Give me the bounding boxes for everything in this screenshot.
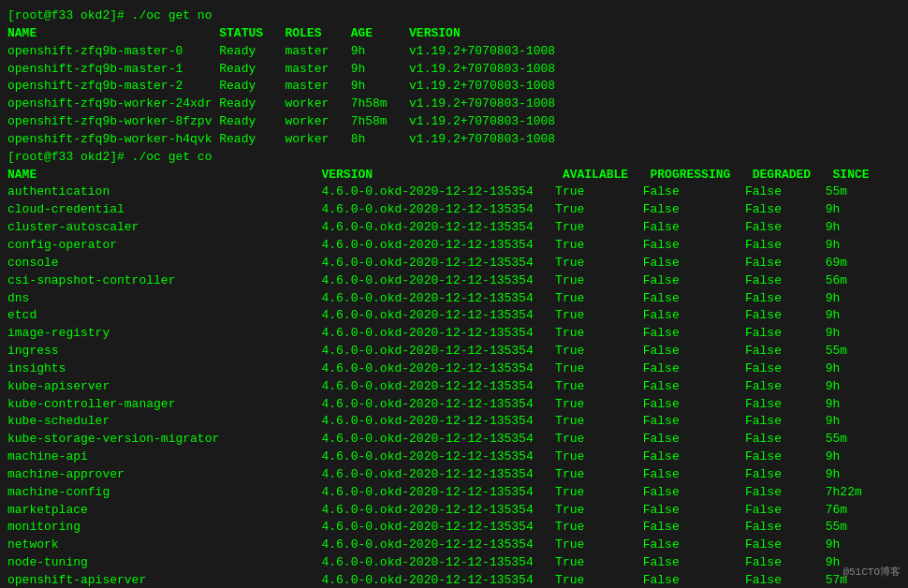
terminal-line: insights 4.6.0-0.okd-2020-12-12-135354 T… xyxy=(7,360,901,378)
terminal-line: console 4.6.0-0.okd-2020-12-12-135354 Tr… xyxy=(7,255,901,272)
terminal-line: [root@f33 okd2]# ./oc get co xyxy=(7,149,901,167)
terminal-line: openshift-zfq9b-worker-24xdr Ready worke… xyxy=(7,96,901,113)
terminal-line: openshift-zfq9b-master-2 Ready master 9h… xyxy=(7,78,901,96)
terminal-line: kube-scheduler 4.6.0-0.okd-2020-12-12-13… xyxy=(7,413,901,431)
terminal-line: openshift-zfq9b-worker-h4qvk Ready worke… xyxy=(7,131,901,149)
terminal-line: marketplace 4.6.0-0.okd-2020-12-12-13535… xyxy=(7,502,901,520)
terminal-line: cluster-autoscaler 4.6.0-0.okd-2020-12-1… xyxy=(7,219,901,237)
terminal-line: NAME STATUS ROLES AGE VERSION xyxy=(7,25,901,43)
watermark-label: @51CTO博客 xyxy=(842,566,901,581)
terminal-line: [root@f33 okd2]# ./oc get no xyxy=(7,7,901,25)
terminal-line: openshift-apiserver 4.6.0-0.okd-2020-12-… xyxy=(7,572,901,588)
terminal-line: machine-config 4.6.0-0.okd-2020-12-12-13… xyxy=(7,484,901,502)
terminal-line: openshift-zfq9b-master-0 Ready master 9h… xyxy=(7,43,901,61)
terminal-line: cloud-credential 4.6.0-0.okd-2020-12-12-… xyxy=(7,201,901,219)
terminal-line: csi-snapshot-controller 4.6.0-0.okd-2020… xyxy=(7,272,901,290)
terminal-content: [root@f33 okd2]# ./oc get noNAME STATUS … xyxy=(7,7,901,588)
terminal-line: openshift-zfq9b-master-1 Ready master 9h… xyxy=(7,61,901,79)
terminal-line: dns 4.6.0-0.okd-2020-12-12-135354 True F… xyxy=(7,290,901,308)
terminal-line: ingress 4.6.0-0.okd-2020-12-12-135354 Tr… xyxy=(7,343,901,360)
terminal-line: monitoring 4.6.0-0.okd-2020-12-12-135354… xyxy=(7,519,901,537)
terminal-line: config-operator 4.6.0-0.okd-2020-12-12-1… xyxy=(7,237,901,255)
terminal-line: etcd 4.6.0-0.okd-2020-12-12-135354 True … xyxy=(7,307,901,325)
terminal-line: node-tuning 4.6.0-0.okd-2020-12-12-13535… xyxy=(7,554,901,572)
terminal-line: authentication 4.6.0-0.okd-2020-12-12-13… xyxy=(7,184,901,201)
terminal-line: machine-api 4.6.0-0.okd-2020-12-12-13535… xyxy=(7,448,901,466)
terminal-line: NAME VERSION AVAILABLE PROGRESSING DEGRA… xyxy=(7,167,901,184)
terminal-window: [root@f33 okd2]# ./oc get noNAME STATUS … xyxy=(7,7,901,588)
terminal-line: machine-approver 4.6.0-0.okd-2020-12-12-… xyxy=(7,466,901,484)
terminal-line: openshift-zfq9b-worker-8fzpv Ready worke… xyxy=(7,113,901,131)
terminal-line: network 4.6.0-0.okd-2020-12-12-135354 Tr… xyxy=(7,537,901,554)
terminal-line: kube-apiserver 4.6.0-0.okd-2020-12-12-13… xyxy=(7,378,901,396)
terminal-line: kube-storage-version-migrator 4.6.0-0.ok… xyxy=(7,431,901,448)
terminal-line: kube-controller-manager 4.6.0-0.okd-2020… xyxy=(7,396,901,414)
terminal-line: image-registry 4.6.0-0.okd-2020-12-12-13… xyxy=(7,325,901,343)
